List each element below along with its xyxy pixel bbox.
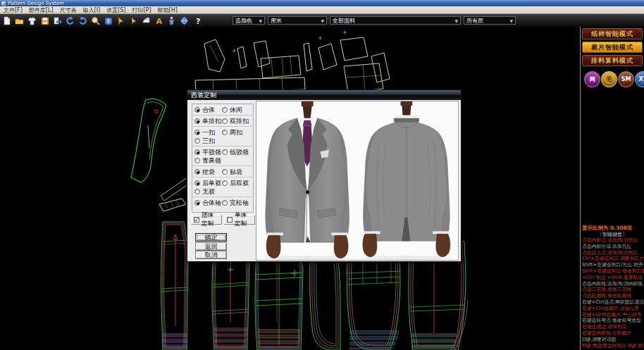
group-custom-checkbox[interactable]: 团体定制	[191, 215, 222, 225]
open-folder-icon[interactable]	[14, 15, 25, 25]
hint-line: Ctrl+左键选剪口:调整剪口方向	[582, 256, 644, 262]
radio-icon	[194, 138, 200, 144]
hint-line: 点选内部点:添加/取消孔位	[582, 237, 644, 244]
hint-line: 右键+Ctrl选裁片:原始位置	[582, 306, 644, 312]
tool-net-button[interactable]: 网	[584, 71, 600, 87]
radio-option[interactable]: 无衩	[194, 187, 222, 196]
dialog-body: 合体休闲 单排扣双排扣 一扣两扣三扣 平驳领戗驳领青果领 挖袋贴袋 后单衩后双衩…	[187, 100, 461, 261]
radio-option[interactable]: 后单衩	[194, 179, 222, 187]
radio-icon	[222, 149, 228, 155]
menu-bar: 文件[F]部件库[L]尺寸表输入[I]设置[S]打印[P]帮助[H]	[0, 6, 644, 14]
mode-pattern-button[interactable]: 纸样智能模式	[582, 28, 643, 39]
menu-item[interactable]: 输入[I]	[83, 6, 101, 14]
app-icon	[1, 1, 6, 6]
radio-option[interactable]: 合体袖	[194, 199, 222, 207]
radio-option[interactable]: 挖袋	[194, 168, 222, 176]
mannequin-icon[interactable]	[166, 15, 177, 25]
menu-item[interactable]: 文件[F]	[4, 6, 23, 14]
dialog-titlebar[interactable]: 西装定制	[187, 90, 461, 100]
radio-option[interactable]: 双排扣	[222, 117, 249, 125]
hint-line: 右键+Shift选裁片:中心对齐	[582, 312, 644, 318]
globe-icon[interactable]	[179, 15, 190, 25]
radio-icon	[194, 107, 200, 113]
single-custom-checkbox[interactable]: 单体定制	[224, 215, 255, 225]
menu-item[interactable]: 设置[S]	[106, 6, 125, 14]
zoom-icon[interactable]	[90, 15, 101, 25]
radio-option[interactable]: 三扣	[194, 137, 222, 145]
radio-option[interactable]: 贴袋	[222, 168, 249, 176]
suit-front-view	[266, 101, 349, 258]
radio-option[interactable]: 平驳领	[194, 148, 222, 156]
hint-line: M键:两边缝边对剪口 N键:测量	[582, 343, 644, 349]
radio-option[interactable]: 宽松袖	[222, 199, 249, 207]
menu-item[interactable]: 部件库[L]	[29, 6, 54, 14]
ok-button[interactable]: 确定	[195, 233, 227, 242]
save-icon[interactable]	[39, 15, 50, 25]
tool-mao-button[interactable]: 毛	[601, 71, 617, 87]
hint-line: 点选内部区域:添加孔位	[582, 244, 644, 250]
hint-line: 点选内部线:添加/取消内部线	[582, 281, 644, 287]
hint-line: +Ctrl 贴边 +Shift 直接贴边	[582, 275, 644, 281]
checkbox-icon	[194, 217, 199, 223]
menu-item[interactable]: 帮助[H]	[158, 6, 178, 14]
radio-icon	[222, 180, 228, 186]
hint-line: Shift+右键选剪口:修改剪口参数	[582, 268, 644, 275]
tool-sm-button[interactable]: SM	[618, 71, 634, 87]
hint-line: O键:调整对话图	[582, 337, 644, 343]
hint-line: 点选边上点:添加/取消剪口	[582, 250, 644, 256]
undo-icon[interactable]	[65, 15, 75, 25]
size-table-icon[interactable]	[103, 15, 113, 25]
help-icon[interactable]: ?	[193, 15, 204, 25]
pocket-group: 挖袋贴袋	[192, 166, 253, 177]
mode-marker-button[interactable]: 排料算料模式	[582, 55, 643, 66]
radio-option[interactable]: 休闲	[222, 106, 249, 114]
window-title: Pattern Design System	[8, 1, 64, 6]
hint-line: Shift+左键选剪口/孔位:对齐切换	[582, 262, 644, 268]
right-sidebar: 纸样智能模式 裁片智能模式 排料算料模式 网 毛 SM XY 显示比例为 0.3…	[581, 27, 644, 350]
hint-line: 点选工艺线:修改工艺线	[582, 287, 644, 293]
suit-illustration	[256, 101, 458, 260]
chevron-down-icon: ▼	[259, 18, 262, 23]
unit-select[interactable]: 厘米▼	[268, 16, 327, 25]
back-button[interactable]: 返回	[195, 242, 227, 251]
hint-line: 右键选缝边:添加剪口	[582, 324, 644, 330]
mode-cutpiece-button[interactable]: 裁片智能模式	[582, 42, 643, 53]
app-window: Pattern Design System 文件[F]部件库[L]尺寸表输入[I…	[0, 0, 644, 350]
menu-item[interactable]: 打印[P]	[132, 6, 151, 14]
cancel-button[interactable]: 取消	[195, 251, 227, 259]
radio-option[interactable]: 单排扣	[194, 117, 222, 125]
radio-icon	[222, 118, 228, 124]
sleeve-group: 合体袖宽松袖	[192, 197, 253, 208]
radio-option[interactable]: 合体	[194, 106, 222, 114]
color-select[interactable]: 选颜色▼	[233, 16, 265, 25]
garment-icon[interactable]	[27, 15, 37, 25]
new-file-icon[interactable]	[1, 15, 12, 25]
radio-option[interactable]: 两扣	[222, 128, 249, 137]
chevron-down-icon: ▼	[509, 18, 513, 23]
svg-text:?: ?	[196, 17, 200, 25]
radio-icon	[194, 130, 200, 135]
move-cursor-icon[interactable]	[128, 15, 139, 25]
radio-icon	[222, 200, 228, 206]
lapel-group: 平驳领戗驳领青果领	[192, 146, 253, 166]
radio-icon	[194, 189, 200, 194]
select-cursor-icon[interactable]	[116, 15, 126, 25]
radio-option[interactable]: 后双衩	[222, 179, 249, 187]
radio-icon	[194, 180, 200, 186]
fit-group: 合体休闲	[192, 104, 253, 115]
suit-back-view	[363, 101, 450, 257]
suit-customization-dialog: 西装定制 合体休闲 单排扣双排扣 一扣两扣三扣 平驳领戗驳领青果领 挖袋贴袋	[187, 89, 462, 262]
radio-option[interactable]: 一扣	[194, 128, 222, 137]
radio-option[interactable]: 戗驳领	[222, 148, 249, 156]
tool-xy-button[interactable]: XY	[635, 71, 644, 87]
text-tool-icon[interactable]: A	[154, 15, 164, 25]
menu-item[interactable]: 尺寸表	[60, 6, 77, 14]
layer-select[interactable]: 所有层▼	[464, 16, 516, 25]
radio-option[interactable]: 青果领	[194, 156, 222, 165]
fabric-select[interactable]: 全部面料▼	[330, 16, 461, 25]
iron-icon[interactable]	[141, 15, 151, 25]
export-icon[interactable]	[52, 15, 63, 25]
redo-icon[interactable]	[78, 15, 88, 25]
radio-icon	[194, 118, 200, 124]
radio-icon	[194, 149, 200, 155]
